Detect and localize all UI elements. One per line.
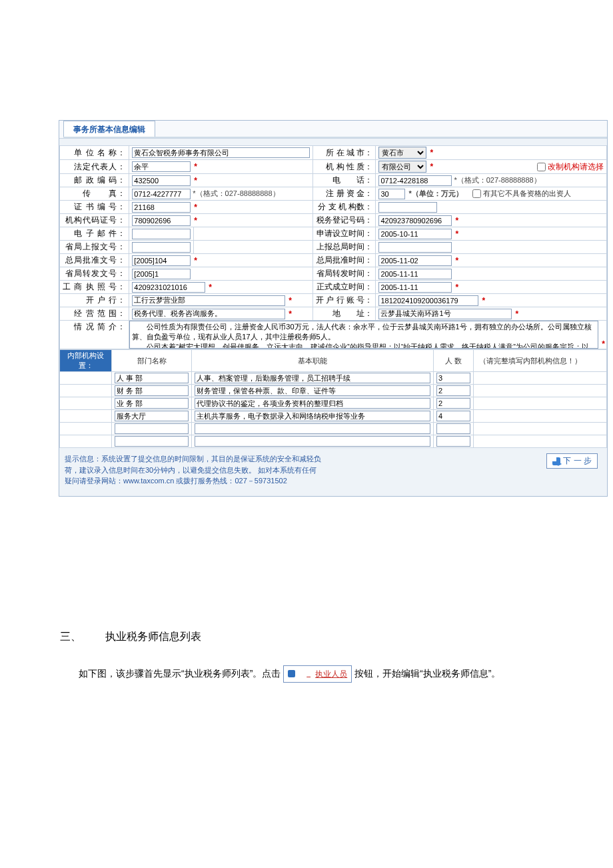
dept-func-input[interactable]	[195, 373, 430, 383]
org-code-input[interactable]	[132, 215, 191, 226]
label-postal: 邮 政 编 码：	[60, 174, 129, 187]
label-org-nature: 机 构 性 质：	[313, 160, 376, 174]
dept-func-input[interactable]	[195, 411, 430, 421]
label-tax-reg: 税务登记号码：	[313, 214, 376, 227]
change-org-link[interactable]: 改制机构请选择	[548, 161, 604, 173]
label-unit-name: 单 位 名 称：	[60, 146, 129, 160]
next-step-label: 下 一 步	[563, 455, 592, 467]
qualify-checkbox[interactable]	[472, 189, 481, 198]
label-report-time: 上报总局时间：	[313, 241, 376, 254]
required-star: *	[454, 216, 460, 225]
bureau-time-input[interactable]	[378, 255, 452, 266]
scope-input[interactable]	[132, 309, 285, 319]
postal-input[interactable]	[132, 175, 191, 186]
city-select[interactable]: 黄石市	[378, 147, 426, 159]
label-bank: 开 户 行：	[60, 294, 129, 307]
email-input[interactable]	[132, 229, 191, 239]
prov-report-input[interactable]	[132, 242, 191, 253]
change-org-checkbox[interactable]	[537, 163, 546, 171]
bank-input[interactable]	[132, 295, 285, 306]
tax-reg-input[interactable]	[378, 215, 452, 226]
branch-cnt-input[interactable]	[378, 202, 437, 213]
required-star: *	[454, 229, 460, 239]
doc-section: 三、执业税务师信息列表 如下图，该步骤首先显示“执业税务师列表”。点击 + 执业…	[60, 630, 573, 683]
dept-name-input[interactable]	[115, 423, 189, 434]
required-star: *	[193, 203, 199, 212]
prov-forward-input[interactable]	[132, 269, 191, 279]
prov-forward-time-input[interactable]	[378, 269, 452, 279]
next-step-button[interactable]: 下 一 步	[546, 453, 598, 469]
report-time-input[interactable]	[378, 242, 452, 253]
required-star: *	[287, 309, 293, 319]
footer-line: 荷，建议录入信息时间在30分钟内，以避免提交信息失败。 如对本系统有任何	[65, 465, 321, 476]
qualify-label: 有其它不具备资格的出资人	[483, 189, 571, 199]
dept-col-name: 部门名称	[112, 350, 192, 372]
org-nature-select[interactable]: 有限公司	[378, 161, 426, 173]
dept-col-count: 人 数	[434, 350, 474, 372]
label-phone: 电 话：	[313, 174, 376, 187]
footer: 提示信息：系统设置了提交信息的时间限制，其目的是保证系统的安全和减轻负 荷，建议…	[59, 448, 607, 492]
required-star: *	[287, 296, 293, 305]
dept-count-input[interactable]	[436, 373, 470, 383]
unit-name-input[interactable]	[132, 147, 310, 158]
label-bureau-time: 总局批准时间：	[313, 254, 376, 267]
label-prov-forward: 省局转发文号：	[60, 267, 129, 281]
doc-heading-num: 三、	[60, 631, 81, 642]
dept-name-input[interactable]	[115, 436, 189, 447]
label-city: 所 在 城 市：	[313, 146, 376, 160]
label-intro: 情 况 简 介：	[60, 321, 129, 349]
dept-count-input[interactable]	[436, 411, 470, 421]
dept-row	[60, 397, 607, 410]
dept-count-input[interactable]	[436, 398, 470, 409]
cert-no-input[interactable]	[132, 202, 191, 213]
phone-hint: *（格式：027-88888888）	[454, 175, 540, 185]
label-cert-no: 证 书 编 号：	[60, 201, 129, 214]
dept-name-input[interactable]	[115, 385, 189, 396]
required-star: *	[454, 256, 460, 265]
dept-func-input[interactable]	[195, 398, 430, 409]
biz-license-input[interactable]	[132, 282, 205, 293]
address-input[interactable]	[378, 309, 512, 319]
required-star: *	[514, 309, 520, 319]
intro-textarea[interactable]: 公司性质为有限责任公司，注册资金人民币30万元，法人代表：余水平，位于云梦县城关…	[129, 321, 598, 349]
required-star: *	[193, 216, 199, 225]
reg-capital-input[interactable]	[378, 189, 405, 199]
legal-rep-input[interactable]	[132, 161, 191, 172]
official-time-input[interactable]	[378, 282, 452, 293]
dept-func-input[interactable]	[195, 423, 430, 434]
plus-icon: +	[288, 670, 295, 677]
label-prov-forward-time: 省局转发时间：	[313, 267, 376, 281]
label-address: 地 址：	[313, 307, 376, 321]
dept-name-input[interactable]	[115, 373, 189, 383]
dept-name-input[interactable]	[115, 398, 189, 409]
dept-func-input[interactable]	[195, 385, 430, 396]
add-practitioner-label: 执业人员	[297, 666, 347, 682]
phone-input[interactable]	[378, 175, 452, 186]
tab-bar: 事务所基本信息编辑	[59, 121, 607, 138]
label-bureau-doc: 总局批准文号：	[60, 254, 129, 267]
dept-count-input[interactable]	[436, 385, 470, 396]
doc-heading: 三、执业税务师信息列表	[60, 630, 573, 644]
label-email: 电 子 邮 件：	[60, 227, 129, 241]
next-icon	[552, 457, 560, 465]
dept-name-input[interactable]	[115, 411, 189, 421]
dept-func-input[interactable]	[195, 436, 430, 447]
dept-count-input[interactable]	[436, 423, 470, 434]
footer-line: 提示信息：系统设置了提交信息的时间限制，其目的是保证系统的安全和减轻负	[65, 453, 321, 465]
dept-row	[60, 435, 607, 448]
required-star: *	[428, 162, 434, 171]
required-star: *	[207, 283, 213, 292]
dept-count-input[interactable]	[436, 436, 470, 447]
panel-body: 单 位 名 称： 所 在 城 市： 黄石市 * 法定代表人： * 机 构 性 质…	[59, 138, 607, 496]
label-prov-report: 省局上报文号：	[60, 241, 129, 254]
label-official-time: 正式成立时间：	[313, 281, 376, 294]
add-practitioner-button[interactable]: + 执业人员	[283, 665, 352, 683]
label-legal-rep: 法定代表人：	[60, 160, 129, 174]
bureau-doc-input[interactable]	[132, 255, 191, 266]
tab-basic-info[interactable]: 事务所基本信息编辑	[63, 121, 155, 137]
required-star: *	[600, 339, 606, 349]
apply-time-input[interactable]	[378, 229, 452, 239]
form-grid: 单 位 名 称： 所 在 城 市： 黄石市 * 法定代表人： * 机 构 性 质…	[59, 145, 607, 349]
bank-acct-input[interactable]	[378, 295, 478, 306]
fax-input[interactable]	[132, 189, 191, 199]
